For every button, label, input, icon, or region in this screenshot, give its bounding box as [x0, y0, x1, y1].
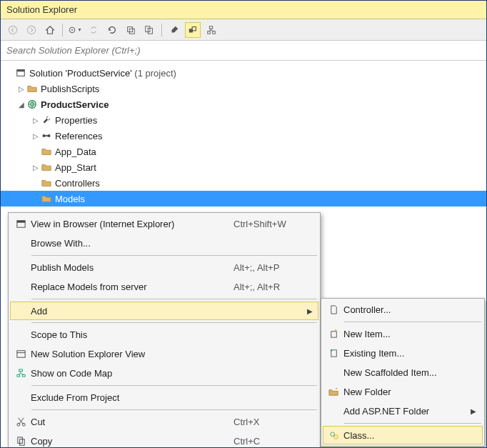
expander-icon[interactable]: ▷ — [31, 132, 41, 140]
wrench-icon — [41, 114, 52, 126]
menu-controller[interactable]: Controller... — [323, 300, 483, 319]
svg-rect-21 — [16, 221, 24, 223]
menu-separator — [31, 322, 317, 323]
back-button[interactable] — [5, 22, 21, 38]
menu-aspnet-folder[interactable]: Add ASP.NET Folder ▶ — [323, 402, 483, 421]
toolbar-separator — [62, 24, 63, 36]
menu-view-in-browser[interactable]: View in Browser (Internet Explorer) Ctrl… — [10, 214, 318, 234]
expander-icon[interactable]: ▷ — [16, 85, 26, 93]
menu-replace-models[interactable]: Replace Models from server Alt+;, Alt+R — [10, 277, 318, 297]
pending-changes-button[interactable]: ▼ — [67, 22, 83, 38]
menu-label: Exclude From Project — [31, 392, 234, 403]
menu-existing-item[interactable]: + Existing Item... — [323, 344, 483, 363]
menu-shortcut: Ctrl+Shift+W — [234, 219, 305, 229]
collapse-all-button[interactable] — [123, 22, 139, 38]
menu-label: New Item... — [343, 329, 469, 339]
menu-label: Add ASP.NET Folder — [343, 406, 469, 417]
svg-rect-5 — [129, 29, 134, 34]
existing-item-icon: + — [323, 348, 343, 359]
menu-separator — [344, 322, 481, 322]
show-all-files-button[interactable] — [141, 22, 157, 38]
solution-icon — [15, 67, 26, 79]
menu-separator — [31, 409, 317, 410]
refresh-button[interactable] — [104, 22, 120, 38]
menu-cut[interactable]: Cut Ctrl+X — [10, 412, 318, 432]
expander-icon[interactable]: ▷ — [31, 164, 41, 171]
tree-label: Controllers — [55, 178, 100, 189]
search-row — [1, 41, 486, 61]
svg-rect-4 — [128, 26, 133, 31]
controllers-node[interactable]: Controllers — [1, 175, 486, 191]
svg-rect-17 — [43, 134, 46, 137]
menu-copy[interactable]: Copy Ctrl+C — [10, 432, 318, 448]
menu-new-folder[interactable]: New Folder — [323, 382, 483, 402]
add-submenu: Controller... New Item... + Existing Ite… — [321, 298, 485, 447]
new-folder-icon — [323, 387, 343, 397]
tree-label: PublishScripts — [41, 84, 99, 94]
tree-label: App_Start — [55, 162, 96, 173]
svg-rect-30 — [331, 332, 336, 337]
menu-browse-with[interactable]: Browse With... — [10, 234, 318, 253]
codemap-icon — [11, 368, 31, 379]
menu-separator — [31, 299, 317, 299]
appdata-node[interactable]: App_Data — [1, 144, 486, 159]
menu-label: Cut — [31, 417, 234, 427]
search-input[interactable] — [1, 41, 486, 60]
solution-node[interactable]: Solution 'ProductService' (1 project) — [1, 65, 486, 81]
menu-label: Replace Models from server — [31, 282, 234, 292]
properties-button[interactable] — [166, 22, 182, 38]
svg-rect-11 — [208, 31, 211, 34]
menu-scaffolded[interactable]: New Scaffolded Item... — [323, 363, 483, 382]
svg-rect-14 — [17, 70, 25, 72]
menu-label: Add — [31, 306, 234, 317]
svg-text:+: + — [329, 348, 333, 354]
submenu-arrow-icon: ▶ — [306, 307, 313, 315]
expander-icon[interactable]: ▷ — [31, 116, 41, 124]
home-button[interactable] — [42, 22, 58, 38]
publishscripts-node[interactable]: ▷ PublishScripts — [1, 81, 486, 96]
menu-label: Existing Item... — [343, 348, 469, 359]
menu-class[interactable]: Class... — [323, 426, 483, 444]
new-item-icon — [323, 329, 343, 339]
models-node[interactable]: Models — [1, 191, 486, 206]
menu-separator — [31, 385, 317, 386]
svg-rect-10 — [209, 26, 212, 29]
folder-icon — [41, 161, 52, 173]
svg-point-1 — [27, 26, 35, 34]
menu-scope[interactable]: Scope to This — [10, 325, 318, 344]
appstart-node[interactable]: ▷ App_Start — [1, 159, 486, 175]
svg-point-0 — [9, 26, 16, 34]
tree-label: Properties — [55, 115, 97, 126]
svg-point-3 — [71, 29, 73, 31]
tree-label: ProductService — [41, 99, 109, 110]
folder-icon — [26, 83, 38, 94]
menu-new-item[interactable]: New Item... — [323, 324, 483, 344]
window-title: Solution Explorer — [1, 1, 486, 19]
references-node[interactable]: ▷ References — [1, 128, 486, 144]
menu-label: View in Browser (Internet Explorer) — [31, 219, 234, 229]
menu-shortcut: Alt+;, Alt+R — [234, 282, 305, 292]
menu-shortcut: Alt+;, Alt+P — [234, 262, 305, 273]
project-node[interactable]: ◢ ProductService — [1, 96, 486, 112]
menu-code-map[interactable]: Show on Code Map — [10, 364, 318, 383]
expander-icon[interactable]: ◢ — [16, 101, 26, 109]
menu-publish-models[interactable]: Publish Models Alt+;, Alt+P — [10, 258, 318, 277]
view-class-diagram-button[interactable] — [204, 22, 219, 38]
menu-label: Show on Code Map — [31, 368, 234, 379]
sync-button[interactable] — [86, 22, 101, 38]
menu-add[interactable]: Add ▶ — [10, 302, 318, 320]
menu-label: Controller... — [343, 304, 469, 315]
preview-selected-button[interactable] — [185, 22, 201, 38]
svg-rect-19 — [45, 135, 48, 136]
cut-icon — [11, 417, 31, 427]
properties-node[interactable]: ▷ Properties — [1, 112, 486, 128]
folder-icon — [41, 146, 52, 157]
tree-label: Models — [55, 194, 85, 204]
menu-label: Copy — [31, 436, 234, 447]
menu-new-se-view[interactable]: New Solution Explorer View — [10, 344, 318, 364]
menu-exclude[interactable]: Exclude From Project — [10, 388, 318, 407]
tree-label: References — [55, 131, 102, 141]
svg-rect-24 — [16, 374, 19, 377]
forward-button[interactable] — [24, 22, 39, 38]
file-icon — [323, 304, 343, 315]
